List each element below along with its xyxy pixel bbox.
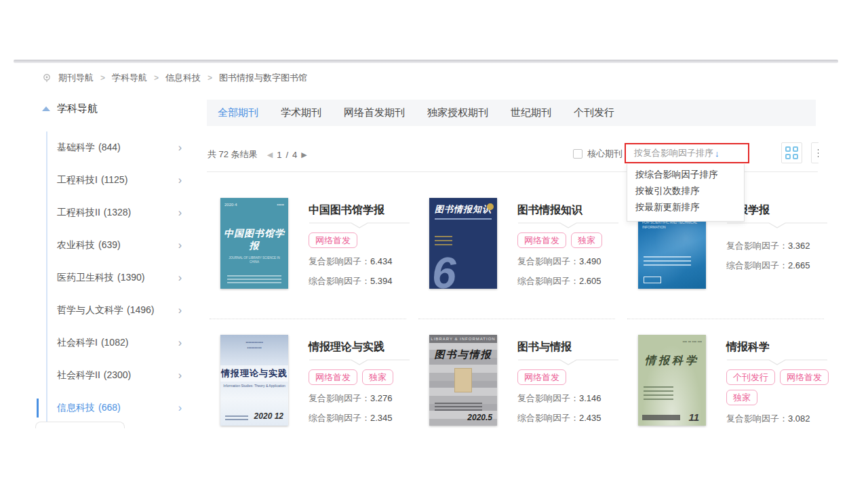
prev-page-icon[interactable]: ◀ [267, 150, 273, 159]
journal-column: 2020·4▪▪▪▪▪ 中国图书馆学报 JOURNAL OF LIBRARY S… [207, 198, 416, 445]
breadcrumb-separator: > [154, 73, 159, 83]
item-count: (844) [98, 142, 121, 154]
journal-title-link[interactable]: 情报科学 [726, 340, 833, 354]
sidebar-item-basic-science[interactable]: 基础科学(844) › [47, 131, 190, 164]
journal-type-tabbar: 全部期刊 学术期刊 网络首发期刊 独家授权期刊 世纪期刊 个刊发行 [207, 100, 816, 126]
badge-row: 网络首发独家 [309, 369, 416, 385]
tab-individual-journals[interactable]: 个刊发行 [574, 106, 614, 119]
item-label: 社会科学II [57, 369, 100, 382]
tab-online-first-journals[interactable]: 网络首发期刊 [344, 106, 405, 119]
journal-title-link[interactable]: 图书与情报 [517, 340, 625, 354]
composite-impact-factor: 复合影响因子：3.362 [726, 240, 833, 252]
sidebar-item-agriculture[interactable]: 农业科技(639) › [47, 229, 190, 262]
sort-option-latest-update[interactable]: 按最新更新排序 [627, 199, 744, 216]
comprehensive-impact-factor: 综合影响因子：2.345 [309, 412, 416, 424]
badge-row: 个刊发行网络首发独家 [726, 369, 833, 405]
breadcrumb-separator: > [100, 73, 105, 83]
journal-badge: 网络首发 [780, 369, 829, 385]
item-label: 信息科技 [57, 402, 95, 414]
badge-row: 网络首发 [309, 232, 416, 248]
core-journal-label: 核心期刊 [587, 148, 623, 160]
sidebar-item-philosophy-humanities[interactable]: 哲学与人文科学(1496) › [47, 294, 190, 327]
item-count: (639) [98, 239, 121, 251]
composite-impact-factor: 复合影响因子：3.146 [517, 392, 625, 405]
next-page-icon[interactable]: ▶ [301, 150, 307, 159]
item-count: (1390) [117, 272, 144, 284]
breadcrumb-journal-nav[interactable]: 期刊导航 [58, 72, 94, 84]
results-count-text: 共 72 条结果 [208, 148, 258, 161]
journal-cover[interactable]: ▪▪▪▪▪▪▪▪▪▪▪▪▪▪▪▪▪▪▪▪▪▪ 情报理论与实践 Informati… [220, 335, 288, 426]
composite-impact-factor: 复合影响因子：3.082 [726, 413, 833, 425]
title-divider [726, 222, 828, 229]
sidebar-header[interactable]: 学科导航 [42, 102, 98, 115]
journal-card: 2020·4▪▪▪▪▪ 中国图书馆学报 JOURNAL OF LIBRARY S… [207, 198, 416, 289]
breadcrumb-subject-nav[interactable]: 学科导航 [112, 72, 147, 84]
tab-century-journals[interactable]: 世纪期刊 [511, 106, 551, 119]
journal-cover[interactable]: LIBRARY & INFORMATION 图书与情报 2020.5 [429, 335, 497, 426]
cover-issue: 2020 12 [254, 411, 283, 421]
cover-title: 中国图书馆学报 [220, 228, 288, 252]
title-divider [309, 359, 410, 366]
item-label: 哲学与人文科学 [57, 304, 123, 317]
title-divider [517, 222, 619, 229]
journal-navigation-page: 期刊导航 > 学科导航 > 信息科技 > 图书情报与数字图书馆 学科导航 基础科… [0, 0, 868, 488]
sort-option-composite-if[interactable]: 按综合影响因子排序 [627, 167, 744, 183]
viewport-bottom-mask [0, 428, 868, 488]
sort-dropdown-selected[interactable]: 按复合影响因子排序 ↓ [625, 143, 749, 163]
cover-footer-bar [642, 415, 680, 420]
sidebar-item-engineering-1[interactable]: 工程科技I(1125) › [47, 164, 190, 197]
sort-selected-label: 按复合影响因子排序 [634, 147, 713, 159]
sort-desc-arrow-icon: ↓ [715, 148, 719, 159]
page-separator: / [285, 150, 288, 160]
cover-seal-icon [487, 203, 494, 210]
journal-title-link[interactable]: 图书情报知识 [517, 203, 625, 218]
sidebar-item-engineering-2[interactable]: 工程科技II(1328) › [47, 197, 190, 229]
sidebar-item-info-tech[interactable]: 信息科技(668) › [47, 392, 190, 424]
journal-cover[interactable]: ▪▪▪ ▪▪ ▪▪▪ ▪▪▪ 情报科学 11 [638, 335, 706, 426]
cover-issue: 2020.5 [467, 413, 492, 422]
tab-exclusive-journals[interactable]: 独家授权期刊 [427, 106, 488, 119]
collapse-caret-icon [42, 106, 50, 111]
item-label: 基础科学 [57, 142, 95, 154]
item-count: (2300) [104, 369, 131, 382]
cover-thumbnail [454, 368, 472, 392]
grid-view-button[interactable] [781, 142, 802, 163]
chevron-right-icon: › [178, 304, 182, 317]
journal-badge: 网络首发 [309, 369, 357, 385]
cover-subtitle: LIBRARY & INFORMATION [429, 335, 497, 343]
item-label: 社会科学I [57, 337, 98, 349]
sidebar-item-social-science-2[interactable]: 社会科学II(2300) › [47, 359, 190, 392]
journal-title-link[interactable]: 情报理论与实践 [309, 340, 416, 354]
journal-title-link[interactable]: 中国图书馆学报 [309, 203, 416, 218]
cover-issue: 11 [688, 411, 699, 423]
sidebar-item-social-science-1[interactable]: 社会科学I(1082) › [47, 327, 190, 359]
page-current: 1 [277, 150, 281, 160]
sidebar-title: 学科导航 [57, 102, 98, 115]
journal-badge: 网络首发 [517, 232, 566, 248]
composite-impact-factor: 复合影响因子：3.276 [309, 392, 416, 405]
journal-card: 图书情报知识 6 图书情报知识 网络首发独家 复合影响因子：3.490 [416, 198, 625, 289]
journal-badge: 独家 [726, 390, 757, 405]
core-journal-checkbox[interactable] [573, 149, 583, 159]
item-label: 医药卫生科技 [57, 272, 114, 284]
cover-issue: 6 [432, 248, 456, 289]
list-view-button[interactable] [811, 142, 818, 163]
breadcrumb-current: 图书情报与数字图书馆 [219, 72, 307, 84]
journal-cover[interactable]: 2020·4▪▪▪▪▪ 中国图书馆学报 JOURNAL OF LIBRARY S… [220, 198, 288, 289]
cover-title: 情报科学 [638, 354, 706, 368]
journal-badge: 独家 [571, 232, 602, 248]
breadcrumb-info-tech[interactable]: 信息科技 [165, 72, 201, 84]
title-divider [726, 359, 828, 366]
journal-card: ▪▪▪▪▪▪▪▪▪▪▪▪▪▪▪▪▪▪▪▪▪▪ 情报理论与实践 Informati… [207, 335, 416, 426]
journal-cover[interactable]: 图书情报知识 6 [429, 198, 497, 289]
results-summary: 共 72 条结果 ◀ 1 / 4 ▶ [208, 148, 307, 161]
sort-option-citations[interactable]: 按被引次数排序 [627, 183, 744, 199]
tab-all-journals[interactable]: 全部期刊 [218, 106, 258, 119]
item-count: (1328) [104, 207, 131, 219]
badge-row: 网络首发 [517, 369, 625, 385]
sidebar-item-medicine-health[interactable]: 医药卫生科技(1390) › [47, 262, 190, 294]
core-journal-filter[interactable]: 核心期刊 [573, 148, 623, 160]
journal-badge: 网络首发 [309, 232, 357, 248]
location-pin-icon [42, 73, 52, 83]
tab-academic-journals[interactable]: 学术期刊 [281, 106, 321, 119]
